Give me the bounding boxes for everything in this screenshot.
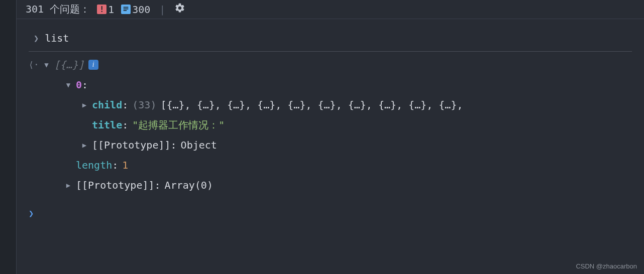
prototype-value: Object: [181, 135, 217, 155]
prototype-key: [[Prototype]]: [76, 175, 155, 195]
property-row-prototype[interactable]: [[Prototype]]: Object: [29, 135, 632, 155]
svg-rect-0: [124, 7, 129, 8]
property-row-child[interactable]: child: (33) [{…}, {…}, {…}, {…}, {…}, {……: [29, 95, 632, 115]
svg-rect-1: [124, 9, 129, 10]
info-badge-icon[interactable]: i: [88, 60, 98, 70]
svg-rect-2: [124, 10, 127, 11]
issues-header: 301 个问题： ! 1 300 |: [17, 0, 644, 19]
caret-right-icon[interactable]: [81, 95, 88, 115]
warning-badge[interactable]: ! 1: [97, 4, 114, 16]
divider: |: [159, 4, 165, 16]
issues-count-label: 301 个问题：: [26, 3, 90, 16]
length-key: length: [76, 155, 112, 175]
return-icon: ⟨·: [29, 55, 39, 75]
log-expression: list: [45, 28, 69, 48]
string-value: "起搏器工作情况：": [132, 115, 225, 135]
console-panel: 301 个问题： ! 1 300 | ❯ list ⟨· [{…}] i: [16, 0, 644, 274]
console-prompt[interactable]: ❯: [29, 203, 632, 223]
property-key: child: [92, 95, 122, 115]
object-index-row[interactable]: 0:: [29, 75, 632, 95]
property-row-title[interactable]: title: "起搏器工作情况：": [29, 115, 632, 135]
chevron-right-icon: ❯: [34, 28, 39, 48]
array-summary: [{…}]: [54, 55, 84, 75]
info-icon: [121, 5, 131, 14]
console-log-entry[interactable]: ❯ list: [29, 28, 632, 52]
prototype-key: [[Prototype]]: [92, 135, 171, 155]
warning-icon: !: [97, 5, 106, 14]
caret-down-icon[interactable]: [43, 55, 50, 75]
watermark: CSDN @zhaocarbon: [576, 262, 637, 270]
prototype-value: Array(0): [165, 175, 213, 195]
gear-icon[interactable]: [174, 3, 185, 16]
caret-right-icon[interactable]: [65, 175, 72, 195]
info-count: 300: [132, 4, 150, 16]
gutter: [0, 0, 16, 274]
index-key: 0: [76, 75, 82, 95]
chevron-right-icon: ❯: [29, 203, 34, 223]
property-row-length[interactable]: length: 1: [29, 155, 632, 175]
caret-down-icon[interactable]: [65, 75, 72, 95]
array-preview: [{…}, {…}, {…}, {…}, {…}, {…}, {…}, {…},…: [160, 95, 463, 115]
caret-right-icon[interactable]: [81, 135, 88, 155]
property-row-prototype-array[interactable]: [[Prototype]]: Array(0): [29, 175, 632, 195]
array-length: (33): [132, 95, 156, 115]
length-value: 1: [122, 155, 128, 175]
property-key: title: [92, 115, 122, 135]
warning-count: 1: [108, 4, 114, 16]
console-result-entry[interactable]: ⟨· [{…}] i: [29, 55, 632, 75]
console-body: ❯ list ⟨· [{…}] i 0: child: (33) [{…}, {…: [17, 19, 644, 223]
info-badge[interactable]: 300: [121, 4, 150, 16]
